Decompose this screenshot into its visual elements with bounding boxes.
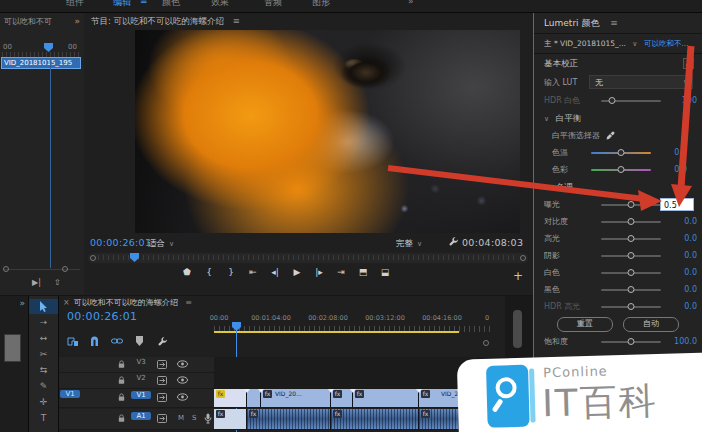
- current-timecode[interactable]: 00:00:26:01: [90, 237, 151, 248]
- export-icon[interactable]: ⇧: [54, 278, 61, 287]
- monitor-scrubber[interactable]: [88, 253, 528, 263]
- workspace-tab-audio[interactable]: 音频: [264, 0, 282, 9]
- mini-scrollbar-left-cap[interactable]: [3, 266, 9, 272]
- go-to-out-icon[interactable]: ⇥: [334, 267, 348, 277]
- sync-lock-icon[interactable]: [157, 414, 169, 424]
- extract-icon[interactable]: ⬓: [378, 267, 392, 277]
- hand-tool[interactable]: ✛: [29, 395, 58, 410]
- monitor-playhead[interactable]: [130, 253, 139, 262]
- panel-overflow-icon[interactable]: »: [19, 298, 25, 308]
- whites-slider[interactable]: [601, 272, 661, 274]
- exposure-slider[interactable]: [601, 204, 661, 206]
- track-output-eye-icon[interactable]: [177, 393, 189, 403]
- saturation-slider[interactable]: [601, 341, 661, 343]
- video-clip[interactable]: fx: [353, 389, 419, 407]
- track-v3-label[interactable]: V3: [131, 358, 151, 366]
- track-a1-label[interactable]: A1: [131, 412, 151, 420]
- pen-tool[interactable]: ✎: [29, 379, 58, 394]
- play-icon[interactable]: ▶: [290, 267, 304, 277]
- selection-tool[interactable]: [29, 299, 58, 314]
- reset-button[interactable]: 重置: [557, 317, 613, 332]
- close-icon[interactable]: ×: [63, 298, 70, 307]
- hdr-white-slider[interactable]: [601, 100, 661, 102]
- audio-clip[interactable]: fx: [247, 409, 331, 429]
- track-output-eye-icon[interactable]: [177, 360, 189, 370]
- white-balance-section-header[interactable]: ∨ 白平衡: [534, 109, 702, 127]
- playback-quality-dropdown[interactable]: 完整∨: [396, 238, 422, 250]
- project-panel-title[interactable]: 可以吃和不可: [4, 16, 52, 27]
- mark-out-icon[interactable]: }: [224, 267, 238, 277]
- type-tool[interactable]: T: [29, 411, 58, 426]
- exposure-value-input[interactable]: 0.5: [660, 198, 694, 211]
- lift-icon[interactable]: ⬒: [356, 267, 370, 277]
- ripple-edit-tool[interactable]: ↔: [29, 331, 58, 346]
- workspace-tab-edit[interactable]: 编辑: [113, 0, 131, 9]
- snap-magnet-icon[interactable]: [89, 336, 103, 348]
- master-clip-dropdown[interactable]: 主 * VID_20181015_...: [544, 39, 626, 48]
- lock-icon[interactable]: [117, 414, 129, 424]
- step-forward-icon[interactable]: |▸: [312, 267, 326, 277]
- add-button[interactable]: +: [513, 269, 523, 283]
- lock-icon[interactable]: [117, 376, 129, 386]
- workspace-overflow-icon[interactable]: »: [408, 0, 414, 6]
- tone-section-header[interactable]: ∨ 色调: [534, 178, 702, 196]
- temperature-slider[interactable]: [591, 152, 651, 154]
- sync-lock-icon[interactable]: [157, 393, 169, 403]
- slip-tool[interactable]: ⇆: [29, 363, 58, 378]
- tint-slider[interactable]: [591, 169, 651, 171]
- panel-menu-icon[interactable]: ≡: [233, 16, 240, 26]
- source-patch-v1[interactable]: V1: [60, 390, 80, 398]
- zoom-level-dropdown[interactable]: 适合∨: [148, 238, 174, 250]
- mini-playhead[interactable]: [44, 43, 53, 52]
- workspace-tab-effects[interactable]: 效果: [211, 0, 229, 9]
- basic-correction-section-header[interactable]: 基本校正 ✓: [534, 54, 702, 73]
- audio-clip[interactable]: fx: [214, 409, 247, 429]
- mark-in-icon[interactable]: {: [202, 267, 216, 277]
- timeline-timecode[interactable]: 00:00:26:01: [67, 310, 137, 323]
- timeline-settings-wrench-icon[interactable]: [157, 336, 171, 348]
- eyedropper-icon[interactable]: [606, 131, 615, 140]
- sequence-link[interactable]: 可以吃和不...: [644, 39, 689, 48]
- lock-icon[interactable]: [117, 393, 129, 403]
- linked-selection-icon[interactable]: [111, 336, 125, 348]
- mute-button[interactable]: M: [178, 414, 184, 422]
- hdr-specular-slider[interactable]: [601, 306, 661, 308]
- settings-wrench-icon[interactable]: [448, 236, 459, 247]
- mini-scrollbar[interactable]: [4, 269, 80, 270]
- sync-lock-icon[interactable]: [157, 376, 169, 386]
- mini-scrollbar-right-cap[interactable]: [62, 266, 68, 272]
- basic-correction-checkbox[interactable]: ✓: [683, 58, 694, 69]
- timeline-menu-icon[interactable]: ≡: [185, 298, 192, 307]
- workspace-tab-edit-menu-icon[interactable]: ≡: [140, 0, 148, 6]
- track-v1-label[interactable]: V1: [131, 391, 151, 399]
- project-panel-overflow-icon[interactable]: »: [74, 16, 80, 26]
- insert-nest-icon[interactable]: [67, 336, 81, 348]
- step-back-icon[interactable]: ◂|: [268, 267, 282, 277]
- shadows-slider[interactable]: [601, 255, 661, 257]
- track-select-tool[interactable]: ⇢: [29, 315, 58, 330]
- workspace-tab-color[interactable]: 颜色: [162, 0, 180, 9]
- lumetri-menu-icon[interactable]: ≡: [610, 18, 618, 28]
- video-clip[interactable]: fx: [214, 389, 247, 407]
- add-marker-icon[interactable]: ⬟: [180, 267, 194, 277]
- input-lut-dropdown[interactable]: 无 ∨: [589, 75, 693, 89]
- blacks-slider[interactable]: [601, 289, 661, 291]
- contrast-slider[interactable]: [601, 221, 661, 223]
- video-clip[interactable]: fx VID_20...: [261, 389, 331, 407]
- razor-tool[interactable]: ✂: [29, 347, 58, 362]
- solo-button[interactable]: S: [192, 414, 196, 422]
- workspace-tab-assembly[interactable]: 组件: [66, 0, 84, 9]
- sync-lock-icon[interactable]: [157, 360, 169, 370]
- highlights-slider[interactable]: [601, 238, 661, 240]
- auto-button[interactable]: 自动: [623, 317, 679, 332]
- add-marker-icon[interactable]: [135, 336, 149, 348]
- workspace-tab-graphics[interactable]: 图形: [312, 0, 330, 9]
- lock-icon[interactable]: [117, 360, 129, 370]
- selected-clip-item[interactable]: VID_20181015_195: [1, 57, 81, 69]
- vertical-scrollbar-handle[interactable]: [513, 310, 522, 348]
- audio-clip[interactable]: fx: [331, 409, 419, 429]
- clip-thumbnail[interactable]: [4, 334, 21, 362]
- zoom-scrollbar-cap[interactable]: [483, 340, 489, 346]
- track-output-eye-icon[interactable]: [177, 376, 189, 386]
- play-around-icon[interactable]: ▶|: [32, 278, 41, 287]
